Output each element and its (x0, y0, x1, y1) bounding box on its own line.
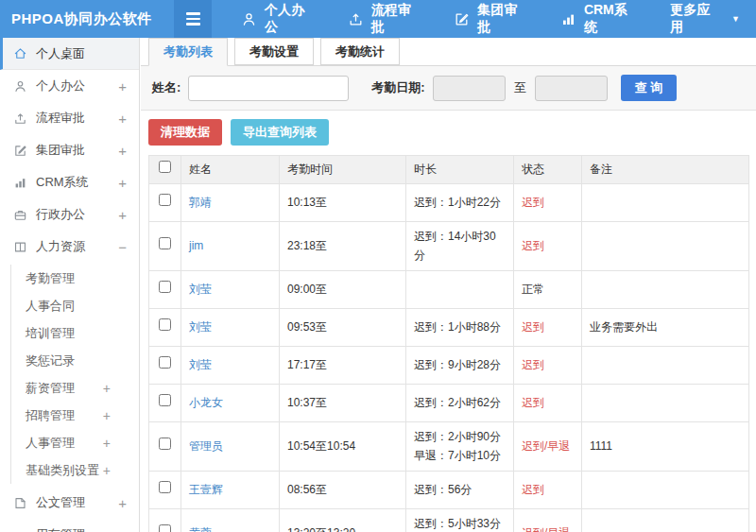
expand-plus-icon[interactable]: + (103, 436, 111, 451)
expand-plus-icon[interactable]: + (103, 381, 111, 396)
expand-plus-icon[interactable]: + (118, 207, 127, 223)
tab-attendance-list[interactable]: 考勤列表 (148, 38, 228, 66)
expand-plus-icon[interactable]: + (103, 463, 111, 478)
sidebar-subitem-label: 奖惩记录 (26, 352, 75, 369)
cell-status: 迟到 (514, 222, 582, 271)
row-checkbox[interactable] (159, 318, 171, 331)
top-nav-workflow-approval[interactable]: 流程审批 (332, 0, 438, 38)
search-button[interactable]: 查 询 (621, 75, 678, 101)
employee-name-link[interactable]: 郭靖 (189, 196, 212, 209)
row-checkbox[interactable] (159, 194, 171, 206)
table-row: 刘莹09:53至迟到：1小时88分迟到业务需要外出 (149, 308, 749, 346)
sidebar-item-human-resources[interactable]: 人力资源− (0, 231, 139, 263)
employee-name-link[interactable]: jim (189, 239, 203, 252)
home-icon (13, 46, 27, 60)
employee-name-link[interactable]: 刘莹 (189, 283, 212, 296)
briefcase-icon (13, 208, 27, 222)
date-from-input[interactable] (433, 76, 506, 101)
top-nav-label: CRM系统 (584, 2, 638, 36)
tab-bar: 考勤列表考勤设置考勤统计 (141, 38, 756, 66)
sidebar-subitem-label: 基础类别设置 (26, 462, 99, 479)
row-checkbox[interactable] (159, 237, 171, 249)
expand-plus-icon[interactable]: + (118, 78, 127, 94)
expand-plus-icon[interactable]: + (118, 111, 127, 127)
row-checkbox[interactable] (159, 356, 171, 369)
sidebar-item-crm-system[interactable]: CRM系统+ (0, 166, 139, 198)
hamburger-menu-button[interactable] (174, 0, 212, 38)
collapse-minus-icon[interactable]: − (118, 239, 127, 255)
sidebar-item-vehicle-management[interactable]: 用车管理+ (0, 519, 139, 532)
cell-duration: 迟到：5小时33分早退：4小时67分 (406, 508, 514, 532)
top-nav-crm-system[interactable]: CRM系统 (544, 0, 654, 38)
cell-name: 刘莹 (181, 308, 280, 346)
row-checkbox[interactable] (159, 438, 171, 450)
duration-line: 迟到：1小时88分 (414, 317, 506, 336)
tab-attendance-settings[interactable]: 考勤设置 (234, 38, 314, 65)
date-to-input[interactable] (535, 76, 608, 101)
expand-plus-icon[interactable]: + (103, 408, 111, 423)
tab-label: 考勤设置 (249, 43, 299, 60)
export-list-button[interactable]: 导出查询列表 (231, 119, 329, 146)
sidebar-subitem-training-management[interactable]: 培训管理 (11, 319, 139, 347)
employee-name-link[interactable]: 小龙女 (189, 396, 223, 409)
cell-name: 郭靖 (181, 184, 280, 222)
sidebar-subitem-label: 考勤管理 (26, 270, 75, 287)
clean-data-button[interactable]: 清理数据 (148, 119, 222, 146)
top-nav-label: 流程审批 (371, 2, 422, 36)
sidebar-item-personal-office[interactable]: 个人办公+ (0, 70, 139, 102)
select-all-checkbox[interactable] (159, 161, 171, 173)
cell-duration: 迟到：14小时30分 (406, 222, 514, 271)
sidebar-subitem-attendance-management[interactable]: 考勤管理 (11, 265, 139, 292)
employee-name-link[interactable]: 黄蓉 (189, 526, 212, 532)
date-filter-label: 考勤日期: (371, 79, 424, 96)
action-bar: 清理数据 导出查询列表 (141, 111, 756, 155)
employee-name-link[interactable]: 王壹辉 (189, 483, 223, 496)
header-checkbox-cell (149, 156, 181, 184)
top-nav-more-apps[interactable]: 更多应用▼ (654, 0, 756, 38)
sidebar-item-group-approval[interactable]: 集团审批+ (0, 134, 139, 166)
sidebar-item-document-management[interactable]: 公文管理+ (0, 487, 139, 519)
sidebar-subitem-label: 培训管理 (26, 325, 75, 342)
top-nav-label: 集团审批 (477, 2, 528, 36)
sidebar-subitem-reward-punishment[interactable]: 奖惩记录 (11, 347, 139, 374)
row-checkbox[interactable] (159, 281, 171, 293)
sidebar-subitem-salary-management[interactable]: 薪资管理+ (11, 374, 139, 402)
workflow-icon (13, 112, 27, 126)
tab-label: 考勤列表 (163, 43, 213, 60)
sidebar-item-personal-desktop[interactable]: 个人桌面 (0, 38, 139, 70)
duration-line: 迟到：56分 (414, 480, 506, 499)
sidebar-subitem-personnel-management[interactable]: 人事管理+ (11, 429, 139, 456)
row-checkbox[interactable] (159, 481, 171, 493)
row-checkbox[interactable] (159, 524, 171, 532)
cell-note (582, 346, 749, 384)
sidebar-subitem-hr-contract[interactable]: 人事合同 (11, 292, 139, 319)
employee-name-link[interactable]: 刘莹 (189, 320, 212, 334)
table-row: 郭靖10:13至迟到：1小时22分迟到 (149, 184, 749, 222)
expand-plus-icon[interactable]: + (118, 495, 127, 511)
duration-line: 迟到：2小时62分 (414, 393, 506, 412)
tab-attendance-stats[interactable]: 考勤统计 (320, 38, 400, 65)
top-nav-personal-office[interactable]: 个人办公 (225, 0, 332, 38)
name-filter-input[interactable] (188, 76, 349, 101)
cell-checkbox (149, 471, 181, 508)
sidebar-item-admin-office[interactable]: 行政办公+ (0, 198, 139, 231)
sidebar-subitem-recruitment-management[interactable]: 招聘管理+ (11, 402, 139, 429)
row-checkbox[interactable] (159, 394, 171, 406)
sidebar-item-workflow-approval[interactable]: 流程审批+ (0, 102, 139, 134)
table-row: 黄蓉13:20至13:20迟到：5小时33分早退：4小时67分迟到/早退 (149, 508, 749, 532)
employee-name-link[interactable]: 管理员 (189, 439, 223, 453)
cell-name: 刘莹 (181, 346, 280, 384)
cell-note (582, 184, 749, 222)
expand-plus-icon[interactable]: + (118, 143, 127, 159)
top-nav-group-approval[interactable]: 集团审批 (438, 0, 544, 38)
employee-name-link[interactable]: 刘莹 (189, 358, 212, 371)
sidebar-subitem-label: 招聘管理 (26, 407, 75, 424)
cell-name: jim (181, 222, 280, 271)
sidebar-subitem-base-category-settings[interactable]: 基础类别设置+ (11, 456, 139, 484)
workflow-icon (348, 11, 364, 27)
expand-plus-icon[interactable]: + (118, 527, 127, 532)
cell-time: 10:13至 (280, 184, 406, 222)
expand-plus-icon[interactable]: + (118, 175, 127, 191)
table-row: jim23:18至迟到：14小时30分迟到 (149, 222, 749, 271)
cell-status: 迟到/早退 (514, 421, 582, 471)
